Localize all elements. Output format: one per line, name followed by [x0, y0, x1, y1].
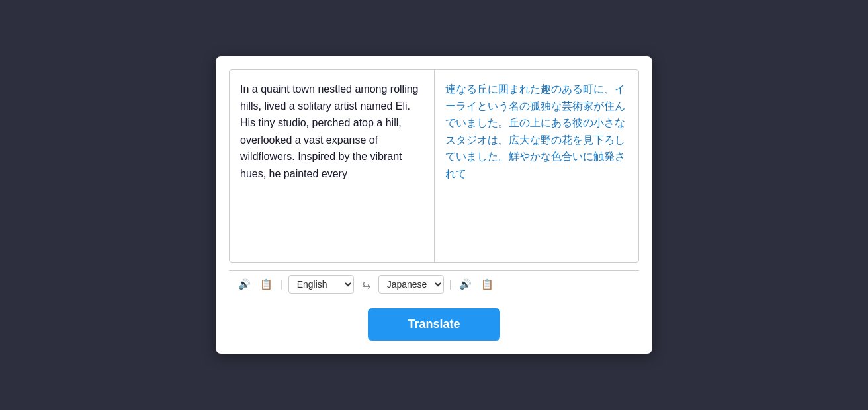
translate-button[interactable]: Translate: [368, 308, 500, 341]
target-language-select[interactable]: Japanese English Spanish French German C…: [378, 275, 444, 294]
translate-button-container: Translate: [229, 308, 639, 341]
target-copy-button[interactable]: 📋: [478, 277, 496, 292]
target-text: 連なる丘に囲まれた趣のある町に、イーライという名の孤独な芸術家が住んでいました。…: [445, 83, 625, 179]
source-copy-button[interactable]: 📋: [257, 277, 275, 292]
source-speaker-button[interactable]: 🔊: [236, 277, 253, 292]
source-language-select[interactable]: English Japanese Spanish French German C…: [288, 275, 354, 294]
translation-panels: In a quaint town nestled among rolling h…: [229, 69, 639, 263]
source-text-panel: In a quaint town nestled among rolling h…: [230, 70, 435, 262]
translation-modal: In a quaint town nestled among rolling h…: [216, 56, 652, 354]
right-divider: |: [448, 279, 453, 290]
source-text: In a quaint town nestled among rolling h…: [240, 83, 419, 179]
controls-bar: 🔊 📋 | English Japanese Spanish French Ge…: [229, 270, 639, 298]
left-divider: |: [279, 279, 284, 290]
target-speaker-button[interactable]: 🔊: [456, 277, 474, 292]
swap-languages-button[interactable]: ⇆: [358, 277, 374, 292]
target-text-panel: 連なる丘に囲まれた趣のある町に、イーライという名の孤独な芸術家が住んでいました。…: [435, 70, 639, 262]
